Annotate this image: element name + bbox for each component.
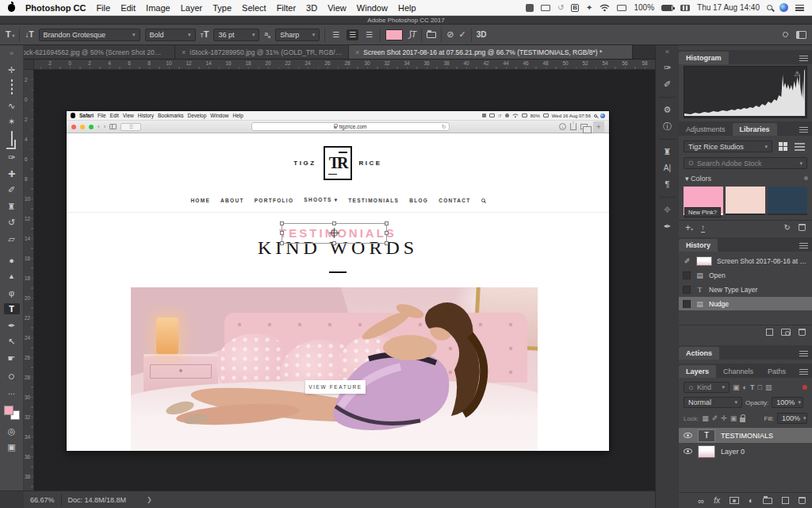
- filter-adjustment-layers-icon[interactable]: ◐: [743, 383, 747, 391]
- toggle-panels-icon[interactable]: [427, 32, 436, 38]
- lock-move-icon[interactable]: ✛: [721, 414, 727, 422]
- history-brush-source-icon[interactable]: ✐: [683, 257, 691, 265]
- close-tab-icon[interactable]: ×: [355, 48, 359, 56]
- status-chevron-icon[interactable]: ❯: [147, 496, 152, 503]
- airplay-icon[interactable]: [617, 5, 626, 11]
- magic-wand-tool[interactable]: ✶: [4, 116, 20, 127]
- menu-select[interactable]: Select: [242, 3, 266, 13]
- collapse-tools-icon[interactable]: »: [4, 48, 20, 59]
- menu-type[interactable]: Type: [213, 3, 232, 13]
- transform-handle[interactable]: [280, 241, 284, 245]
- pen-tool[interactable]: ✒: [4, 320, 20, 331]
- sharpen-tool[interactable]: ▲: [4, 271, 20, 282]
- clone-stamp-tool[interactable]: ♜: [4, 201, 20, 212]
- image-layer-thumbnail[interactable]: [698, 445, 715, 458]
- menu-filter[interactable]: Filter: [277, 3, 296, 13]
- type-tool[interactable]: T: [4, 303, 20, 314]
- menu-image[interactable]: Image: [146, 3, 170, 13]
- color-swatch-navy[interactable]: [768, 187, 807, 215]
- filter-type-layers-icon[interactable]: T: [750, 383, 755, 391]
- menu-3d[interactable]: 3D: [306, 3, 317, 13]
- dodge-tool[interactable]: φ: [4, 287, 20, 298]
- box-icon[interactable]: B: [571, 4, 579, 12]
- input-source-icon[interactable]: [680, 5, 690, 11]
- history-source-checkbox[interactable]: [683, 271, 691, 279]
- zoom-tool[interactable]: [9, 368, 14, 383]
- histogram-warning-icon[interactable]: ⚠: [794, 70, 800, 78]
- panel-menu-icon[interactable]: [799, 351, 808, 356]
- menu-file[interactable]: File: [96, 3, 110, 13]
- color-themes-panel-icon[interactable]: ❖: [664, 206, 672, 214]
- lock-paint-icon[interactable]: ✐: [712, 414, 718, 422]
- character-panel-icon[interactable]: A|: [664, 164, 671, 172]
- doc-tab-1[interactable]: ×iStock-621694562.jpg @ 50% (Screen Shot…: [0, 45, 175, 59]
- lasso-tool[interactable]: ∿: [4, 100, 20, 111]
- document-screenshot[interactable]: Safari File Edit View History Bookmarks …: [67, 111, 609, 451]
- path-select-tool[interactable]: ↖: [4, 336, 20, 347]
- layer-style-icon[interactable]: fx: [714, 496, 720, 505]
- lock-all-icon[interactable]: [740, 418, 745, 422]
- adjustments-tab[interactable]: Adjustments: [679, 123, 733, 136]
- library-select[interactable]: Tigz Rice Studios▾: [684, 140, 772, 152]
- history-row-open[interactable]: ▤ Open: [679, 268, 812, 282]
- menu-window[interactable]: Window: [357, 3, 388, 13]
- spotlight-icon[interactable]: [767, 5, 772, 10]
- edit-toolbar-icon[interactable]: ⋯: [4, 388, 20, 399]
- siri-icon[interactable]: [779, 3, 788, 12]
- transform-reference-point[interactable]: [331, 229, 338, 237]
- paragraph-panel-icon[interactable]: ¶: [665, 180, 670, 189]
- eyedropper-tool[interactable]: ✑: [4, 152, 20, 163]
- eraser-tool[interactable]: ▱: [4, 233, 20, 244]
- transform-handle[interactable]: [332, 221, 336, 225]
- filter-pixel-layers-icon[interactable]: ▣: [733, 383, 740, 391]
- filter-shape-layers-icon[interactable]: □: [757, 383, 761, 391]
- doc-size-info[interactable]: Doc: 14.8M/18.8M: [68, 496, 127, 504]
- search-icon[interactable]: [783, 32, 788, 37]
- add-mask-icon[interactable]: [730, 497, 739, 504]
- menu-layer[interactable]: Layer: [181, 3, 203, 13]
- workspace-icon[interactable]: [796, 31, 806, 39]
- lock-transparency-icon[interactable]: ▦: [702, 414, 709, 422]
- menu-help[interactable]: Help: [398, 3, 416, 13]
- hand-tool[interactable]: ☛: [4, 352, 20, 364]
- font-style-select[interactable]: Bold▾: [145, 29, 196, 41]
- font-size-select[interactable]: 36 pt▾: [213, 29, 259, 41]
- foreground-color-swatch[interactable]: [4, 406, 13, 415]
- history-row-new-type-layer[interactable]: T New Type Layer: [679, 283, 812, 296]
- list-view-icon[interactable]: [795, 143, 805, 151]
- sync-icon[interactable]: ↻: [784, 223, 791, 232]
- time-machine-icon[interactable]: ↺: [557, 4, 564, 12]
- panel-menu-icon[interactable]: [799, 56, 808, 61]
- clone-source-panel-icon[interactable]: ♜: [664, 148, 672, 156]
- zoom-level-field[interactable]: 66.67%: [24, 496, 55, 504]
- align-right-button[interactable]: ☰: [363, 29, 375, 40]
- history-source-checkbox[interactable]: [683, 300, 691, 308]
- evernote-icon[interactable]: [526, 4, 534, 12]
- menubar-clock[interactable]: Thu 17 Aug 14:40: [697, 3, 760, 12]
- filtering-toggle[interactable]: [802, 385, 807, 390]
- delete-state-icon[interactable]: [799, 329, 806, 336]
- blur-tool[interactable]: ●: [4, 255, 20, 266]
- color-swatches[interactable]: [4, 406, 20, 420]
- panel-menu-icon[interactable]: [799, 127, 808, 133]
- transform-handle[interactable]: [385, 231, 389, 235]
- brush-tool[interactable]: ✐: [4, 184, 20, 195]
- notification-center-icon[interactable]: [795, 5, 804, 11]
- filter-type-select[interactable]: Kind▾: [684, 382, 730, 393]
- transform-handle[interactable]: [385, 241, 389, 245]
- opacity-field[interactable]: 100%▾: [772, 397, 803, 408]
- font-family-select[interactable]: Brandon Grotesque▾: [39, 29, 140, 41]
- new-layer-icon[interactable]: [782, 497, 789, 504]
- brush-settings-panel-icon[interactable]: ✐: [664, 80, 671, 89]
- blend-mode-select[interactable]: Normal▾: [684, 397, 742, 408]
- menubar-app-name[interactable]: Photoshop CC: [25, 3, 86, 13]
- new-snapshot-icon[interactable]: [781, 329, 791, 336]
- upload-icon[interactable]: ↑: [701, 223, 705, 233]
- text-orientation-icon[interactable]: ↓T: [25, 31, 33, 39]
- paths-tab[interactable]: Paths: [760, 365, 793, 378]
- quick-mask-icon[interactable]: ◎: [4, 425, 20, 437]
- canvas-area[interactable]: 2024681012141618202224262830323436384042…: [24, 60, 655, 491]
- layer-row-testimonials[interactable]: T TESTIMONIALS: [679, 428, 812, 443]
- anti-alias-select[interactable]: Sharp▾: [275, 29, 320, 41]
- add-element-icon[interactable]: +▾: [685, 222, 693, 233]
